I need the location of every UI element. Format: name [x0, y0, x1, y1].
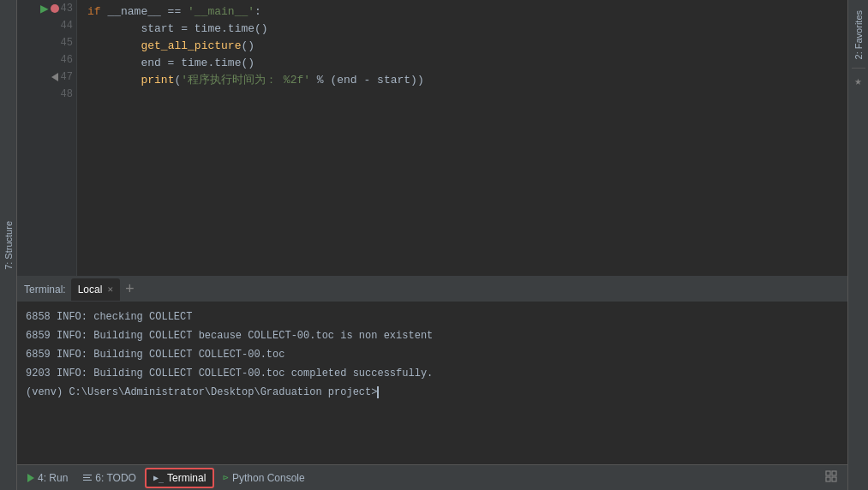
- terminal-tab-local[interactable]: Local ✕: [71, 278, 120, 301]
- line-number-gutter: ▶ 43 44 45 46 47: [17, 0, 77, 276]
- favorites-tab-label[interactable]: 2: Favorites: [850, 7, 867, 63]
- bookmark-47: [51, 73, 58, 81]
- cursor: [377, 386, 379, 398]
- todo-label: 6: TODO: [95, 472, 136, 484]
- line-num-44: 44: [61, 20, 73, 32]
- terminal-label-btn: Terminal: [167, 472, 206, 484]
- line-num-43: 43: [61, 3, 73, 15]
- structure-panel[interactable]: 7: Structure: [0, 0, 17, 490]
- line-num-48: 48: [61, 88, 73, 100]
- sidebar-divider: [852, 68, 865, 69]
- code-line-46: end = time.time(): [87, 55, 847, 72]
- terminal-output-line-3: 6859 INFO: Building COLLECT COLLECT-00.t…: [26, 345, 839, 364]
- code-line-45: get_all_picture (): [87, 38, 847, 55]
- code-editor: ▶ 43 44 45 46 47: [17, 0, 847, 276]
- code-line-47: print ( '程序执行时间为： %2f' % (end - start)): [87, 72, 847, 89]
- bottom-toolbar: 4: Run 6: TODO ▶_ Terminal ⊳ Python Cons…: [17, 464, 847, 490]
- star-icon[interactable]: ★: [854, 74, 861, 88]
- line-num-46: 46: [61, 54, 73, 66]
- terminal-output-line-1: 6858 INFO: checking COLLECT: [26, 308, 839, 326]
- todo-button[interactable]: 6: TODO: [76, 468, 143, 488]
- code-content[interactable]: if __name__ == '__main__' : start = time…: [77, 0, 847, 276]
- run-button[interactable]: 4: Run: [21, 468, 75, 488]
- terminal-tab-bar: Terminal: Local ✕ +: [17, 277, 847, 302]
- svg-rect-0: [826, 471, 830, 475]
- terminal-tab-close[interactable]: ✕: [107, 284, 113, 295]
- structure-tab-label[interactable]: 7: Structure: [0, 218, 17, 273]
- terminal-tab-local-label: Local: [78, 284, 103, 296]
- svg-rect-1: [832, 471, 836, 475]
- terminal-label: Terminal:: [24, 284, 66, 296]
- gutter-line-45: 45: [17, 34, 76, 51]
- terminal-output[interactable]: 6858 INFO: checking COLLECT 6859 INFO: B…: [17, 302, 847, 464]
- list-icon: [83, 475, 92, 481]
- python-console-label: Python Console: [232, 472, 305, 484]
- gutter-line-43: ▶ 43: [17, 0, 76, 17]
- code-empty-space: [87, 106, 847, 243]
- run-indicator-43: ▶: [40, 0, 49, 17]
- gutter-line-47: 47: [17, 69, 76, 86]
- breakpoint-43: [51, 4, 59, 13]
- line-num-47: 47: [61, 71, 73, 83]
- terminal-tab-add[interactable]: +: [125, 282, 135, 297]
- python-console-button[interactable]: ⊳ Python Console: [216, 468, 311, 488]
- terminal-output-line-4: 9203 INFO: Building COLLECT COLLECT-00.t…: [26, 364, 839, 383]
- terminal-button[interactable]: ▶_ Terminal: [145, 468, 214, 488]
- run-label: 4: Run: [38, 472, 68, 484]
- svg-rect-2: [826, 477, 830, 481]
- terminal-panel: Terminal: Local ✕ + 6858 INFO: checking …: [17, 276, 847, 464]
- code-line-43: if __name__ == '__main__' :: [87, 3, 847, 21]
- run-icon: [27, 474, 34, 482]
- terminal-prompt-line: (venv) C:\Users\Administrator\Desktop\Gr…: [26, 383, 839, 402]
- gutter-line-44: 44: [17, 17, 76, 34]
- gutter-line-48: 48: [17, 86, 76, 103]
- terminal-icon: ▶_: [153, 473, 164, 482]
- code-line-48: [87, 89, 847, 106]
- code-line-44: start = time.time(): [87, 21, 847, 38]
- expand-icon[interactable]: [825, 470, 844, 486]
- gutter-line-46: 46: [17, 51, 76, 69]
- svg-rect-3: [832, 477, 836, 481]
- right-sidebar: 2: Favorites ★: [847, 0, 868, 490]
- python-console-icon: ⊳: [223, 472, 229, 483]
- terminal-output-line-2: 6859 INFO: Building COLLECT because COLL…: [26, 326, 839, 345]
- terminal-prompt: (venv) C:\Users\Administrator\Desktop\Gr…: [26, 383, 377, 402]
- line-num-45: 45: [61, 37, 73, 49]
